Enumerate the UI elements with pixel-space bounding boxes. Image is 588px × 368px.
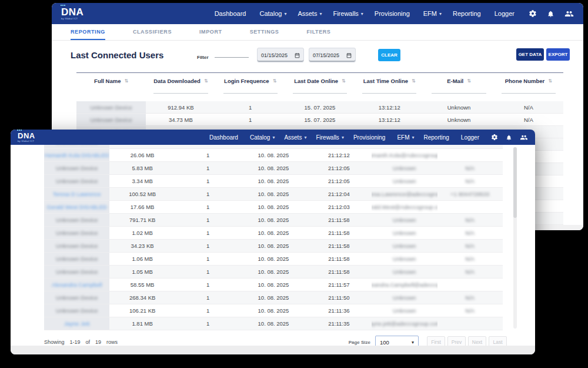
cell-full-name[interactable]: Unknown Device [44,162,109,174]
chevron-down-icon: ▾ [319,11,322,16]
cell-full-name[interactable]: Unknown Device [44,145,109,148]
column-header[interactable]: E-Mail ⇅ [424,78,493,84]
nav-item[interactable]: Provisioning [375,10,412,17]
nav-item[interactable]: Reporting [424,134,452,141]
date-from-input[interactable]: 01/15/2025 [257,48,304,62]
cell-last-date-online: 10. 08. 2025 [240,291,306,304]
cell-full-name[interactable]: Hemanth Kola DISABLED [44,149,109,161]
tab[interactable]: SETTINGS [250,24,279,40]
nav-item[interactable]: EFM ▾ [397,134,414,141]
bell-icon[interactable] [506,134,512,141]
nav-item[interactable]: Assets ▾ [298,10,322,17]
cell-full-name[interactable]: Unknown Device [44,240,109,252]
column-header[interactable]: Phone Number ⇅ [494,78,563,84]
vertical-scrollbar[interactable] [513,147,517,329]
page-title: Last Connected Users [71,50,163,60]
nav-item[interactable]: Firewalls ▾ [316,134,343,141]
cell-full-name[interactable]: Alexandra Campbell [44,279,109,291]
nav-item[interactable]: EFM ▾ [423,10,442,17]
table-body: Unknown Device 23.34 MB 1 10. 08. 2025 2… [44,145,503,330]
cell-data-downloaded: 1.81 MB [109,317,175,330]
cell-full-name[interactable]: Teresa D Lawrence [44,188,109,200]
table-row: Unknown Device 34.73 MB 1 15. 07. 2025 1… [76,114,563,126]
nav-item[interactable]: Dashboard [215,10,249,17]
cell-full-name[interactable]: Jayne Jett [44,317,109,330]
phone-text: N/A [465,145,475,145]
column-header[interactable]: Full Name ⇅ [76,78,146,84]
window-bottom-strip [11,346,535,354]
nav-item[interactable]: Reporting [453,10,483,17]
column-filter-input[interactable] [153,93,208,94]
tab[interactable]: IMPORT [199,24,222,40]
column-filter-input[interactable] [502,93,556,94]
sort-icon[interactable]: ⇅ [467,78,471,84]
cell-full-name[interactable]: Unknown Device [44,214,109,226]
column-header[interactable]: Data Downloaded ⇅ [146,78,215,84]
column-filter-input[interactable] [362,93,416,94]
column-filter-input[interactable] [432,93,486,94]
phone-text: N/A [465,256,475,262]
table-row: Unknown Device 34.23 KB 1 10. 08. 2025 2… [44,240,503,253]
cell-phone [437,317,503,330]
export-button[interactable]: EXPORT [546,48,570,61]
nav-item[interactable]: Logger [495,10,517,17]
tab[interactable]: FILTERS [306,24,330,40]
tab[interactable]: CLASSIFIERS [133,24,172,40]
column-filter-input[interactable] [223,93,278,94]
cell-data-downloaded: 34.73 MB [146,114,215,125]
nav-item[interactable]: Logger [461,134,482,141]
cell-full-name[interactable]: Unknown Device [44,175,109,187]
cell-full-name[interactable]: Unknown Device [76,114,146,125]
gear-icon[interactable] [491,134,498,141]
logo-dots-icon [61,5,65,6]
nav-item[interactable]: Catalog ▾ [259,10,286,17]
bell-icon[interactable] [547,10,554,18]
email-text: Gerald.West@Adeccogroup.com [372,204,437,210]
sort-icon[interactable]: ⇅ [273,78,277,84]
cell-data-downloaded: 1.05 MB [109,266,175,278]
cell-data-downloaded: 26.06 MB [109,149,175,161]
cell-last-time-online: 21:11:58 [306,253,372,265]
sort-icon[interactable]: ⇅ [124,78,128,84]
phone-text: N/A [465,165,475,171]
column-header[interactable]: Last Time Online ⇅ [355,78,424,84]
nav-item[interactable]: Assets ▾ [284,134,306,141]
app-logo[interactable]: DNA by Global ICT [61,7,83,20]
cell-full-name[interactable]: Unknown Device [44,304,109,317]
cell-login-frequence: 1 [175,317,240,330]
cell-email: Unknown [424,114,493,125]
cell-phone: N/A [437,291,503,304]
get-data-button[interactable]: GET DATA [516,48,544,61]
sort-icon[interactable]: ⇅ [342,78,346,84]
sort-icon[interactable]: ⇅ [548,78,552,84]
gear-icon[interactable] [529,9,537,18]
cell-full-name[interactable]: Unknown Device [44,291,109,304]
cell-full-name[interactable]: Gerald West DISABLED [44,201,109,213]
nav-item[interactable]: Catalog ▾ [250,134,275,141]
column-header[interactable]: Last Date Online ⇅ [285,78,355,84]
nav-item[interactable]: Dashboard [209,134,240,141]
users-icon[interactable] [564,10,574,18]
nav-item[interactable]: Provisioning [353,134,387,141]
table-row: Gerald West DISABLED 17.66 MB 1 10. 08. … [44,201,503,214]
cell-last-time-online: 21:12:03 [306,201,372,213]
cell-phone: N/A [437,227,503,239]
sort-icon[interactable]: ⇅ [204,78,208,84]
users-icon[interactable] [520,134,528,141]
column-header[interactable]: Login Frequence ⇅ [216,78,285,84]
app-logo[interactable]: DNA by Global ICT [18,132,35,142]
logo-text: DNA [61,6,83,18]
cell-full-name[interactable]: Unknown Device [44,227,109,239]
cell-full-name[interactable]: Unknown Device [76,101,146,113]
cell-full-name[interactable]: Unknown Device [44,253,109,265]
nav-item[interactable]: Firewalls ▾ [333,10,363,17]
tab[interactable]: REPORTING [71,24,105,40]
clear-button[interactable]: CLEAR [378,49,400,61]
date-to-input[interactable]: 07/15/2025 [309,48,356,62]
page-size-value: 100 [380,339,389,346]
scrollbar-thumb[interactable] [513,147,517,218]
cell-email: Unknown [372,214,437,226]
column-filter-input[interactable] [293,93,347,94]
cell-full-name[interactable]: Unknown Device [44,266,109,278]
sort-icon[interactable]: ⇅ [412,78,416,84]
